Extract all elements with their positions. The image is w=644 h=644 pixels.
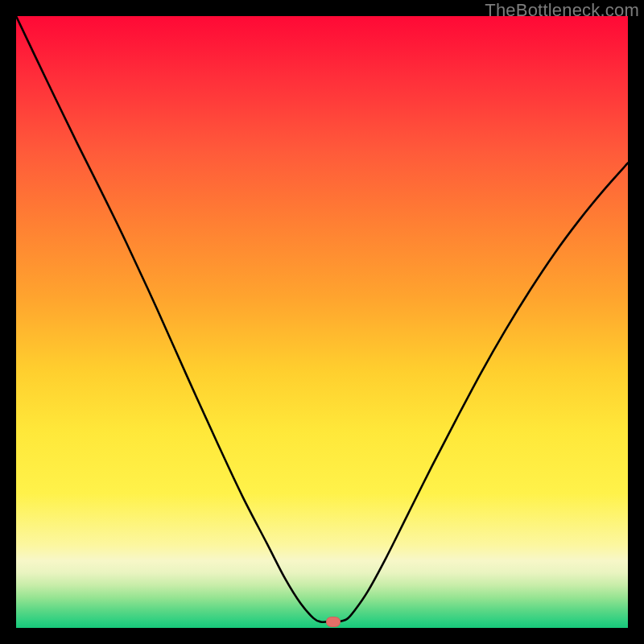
- chart-frame: TheBottleneck.com: [0, 0, 644, 644]
- bottleneck-curve: [16, 16, 628, 628]
- optimal-point-marker: [326, 617, 341, 627]
- plot-area: [16, 16, 628, 628]
